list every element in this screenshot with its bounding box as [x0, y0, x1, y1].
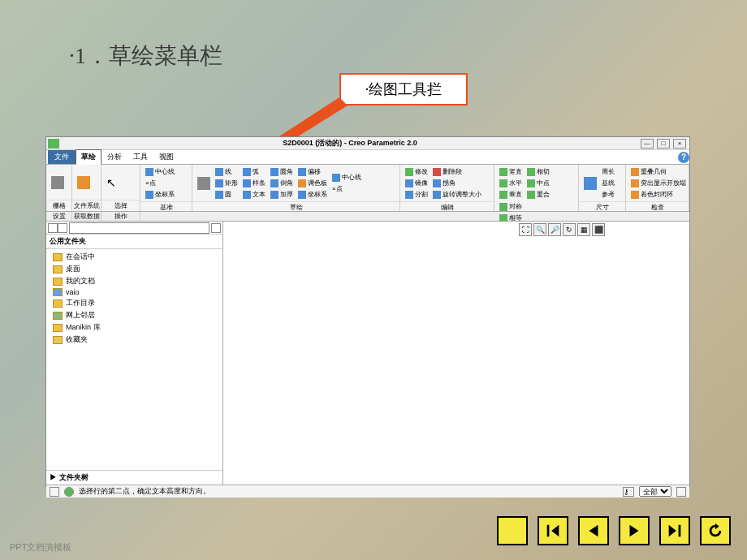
nav-first-button[interactable]: [538, 516, 568, 545]
mirror-button[interactable]: 镜像: [404, 178, 430, 188]
zoom-fit-button[interactable]: ⛶: [519, 223, 532, 236]
tangent-button[interactable]: 相切: [525, 166, 551, 177]
overlap-button[interactable]: 重叠几何: [629, 166, 688, 177]
corner-button[interactable]: 拐角: [431, 178, 483, 188]
sidebar-item-desktop[interactable]: 桌面: [46, 263, 222, 275]
group-dim: 尺寸: [579, 201, 625, 213]
rotate-button[interactable]: 旋转调整大小: [431, 189, 483, 200]
point-button[interactable]: ×点: [144, 178, 176, 188]
grouplbl-2: 获取数据: [72, 212, 101, 221]
menubar: 文件 草绘 分析 工具 视图 ?: [46, 150, 689, 165]
sidebar-item-favorites[interactable]: 收藏夹: [46, 334, 222, 346]
sidebar-item-manikin[interactable]: Manikin 库: [46, 321, 222, 334]
repaint-button[interactable]: ↻: [563, 223, 576, 236]
nav-last-button[interactable]: [659, 516, 690, 545]
sidebar-item-network[interactable]: 网上邻居: [46, 309, 222, 321]
sidebar-item-session[interactable]: 在会话中: [46, 251, 222, 263]
ribbon: 栅格 文件系统 ↖ 选择 中心线 ×点 坐标系 基准: [46, 165, 689, 212]
select-button[interactable]: ↖: [105, 175, 118, 190]
nav-next-button[interactable]: [619, 516, 650, 545]
help-icon[interactable]: ?: [678, 152, 689, 163]
coord-button[interactable]: 坐标系: [144, 189, 176, 200]
zoom-out-button[interactable]: 🔎: [548, 223, 561, 236]
sidebar-item-vaio[interactable]: vaio: [46, 287, 222, 297]
circle-button[interactable]: 圆: [214, 189, 240, 200]
zoom-in-button[interactable]: 🔍: [533, 223, 546, 236]
manikin-icon: [53, 324, 63, 332]
canvas-area[interactable]: ⛶ 🔍 🔎 ↻ ▦ ⬛: [223, 222, 689, 485]
nav-buttons: [497, 516, 731, 545]
perim-button[interactable]: 周长: [600, 166, 616, 177]
palette-button[interactable]: 调色板: [296, 178, 329, 188]
network-icon: [53, 312, 63, 320]
normal-button[interactable]: [582, 176, 598, 191]
go-icon[interactable]: [211, 223, 221, 233]
status-icon-2[interactable]: [64, 487, 74, 497]
centerline2-button[interactable]: 中心线: [330, 172, 363, 183]
folder-tab-icon[interactable]: [48, 223, 58, 233]
slide-title: ·1．草绘菜单栏: [69, 41, 222, 71]
app-icon: [48, 139, 59, 149]
rect-button[interactable]: 矩形: [214, 178, 240, 188]
point2-button[interactable]: ×点: [330, 183, 363, 194]
spline-button[interactable]: 样条: [241, 178, 267, 188]
tab-sketch[interactable]: 草绘: [76, 149, 101, 165]
status-icon-3[interactable]: [676, 487, 686, 497]
baseline-button[interactable]: 基线: [600, 178, 616, 188]
coord2-button[interactable]: 坐标系: [296, 189, 329, 200]
filter-select[interactable]: 全部: [639, 486, 671, 497]
offset-button[interactable]: 偏移: [296, 166, 329, 177]
grouplbl-1: 设置: [46, 212, 72, 221]
coincident-button[interactable]: 重合: [525, 189, 551, 200]
shade-button[interactable]: 着色封闭环: [629, 189, 688, 200]
divide-button[interactable]: 分割: [404, 189, 430, 200]
tab-view[interactable]: 视图: [153, 149, 179, 165]
construct-button[interactable]: [196, 176, 212, 191]
file-system-button[interactable]: [76, 175, 92, 190]
ref-button[interactable]: 参考: [600, 189, 616, 200]
status-message: 选择行的第二点，确定文本高度和方向。: [79, 486, 210, 497]
address-input[interactable]: [69, 222, 209, 234]
app-window: S2D0001 (活动的) - Creo Parametric 2.0 — □ …: [45, 136, 690, 487]
group-settings: 栅格: [46, 200, 71, 211]
highlight-button[interactable]: 突出显示开放端: [629, 178, 688, 188]
centerline-button[interactable]: 中心线: [144, 166, 176, 177]
close-button[interactable]: ×: [673, 139, 686, 149]
text-button[interactable]: 文本: [241, 189, 267, 200]
fillet-button[interactable]: 圆角: [269, 166, 295, 177]
thicken-button[interactable]: 加厚: [269, 189, 295, 200]
computer-icon: [53, 288, 63, 296]
display-button[interactable]: ▦: [577, 223, 590, 236]
tab-analysis[interactable]: 分析: [101, 149, 127, 165]
workspace: 公用文件夹 在会话中 桌面 我的文档 vaio 工作目录 网上邻居 Maniki…: [46, 222, 689, 485]
sidebar-list: 在会话中 桌面 我的文档 vaio 工作目录 网上邻居 Manikin 库 收藏…: [46, 249, 222, 470]
sidebar-item-workdir[interactable]: 工作目录: [46, 297, 222, 309]
grid-button[interactable]: [50, 175, 66, 190]
tab-tools[interactable]: 工具: [127, 149, 153, 165]
modify-button[interactable]: 修改: [404, 166, 430, 177]
sym-button[interactable]: 对称: [498, 201, 524, 212]
file-menu-button[interactable]: 文件: [48, 150, 76, 164]
delete-button[interactable]: 删除段: [431, 166, 483, 177]
window-title: S2D0001 (活动的) - Creo Parametric 2.0: [59, 138, 641, 149]
chamfer-button[interactable]: 倒角: [269, 178, 295, 188]
minimize-button[interactable]: —: [641, 139, 654, 149]
status-icon-1[interactable]: [50, 487, 59, 497]
search-tab-icon[interactable]: [58, 223, 67, 233]
nav-return-button[interactable]: [700, 516, 731, 545]
midpt-button[interactable]: 中点: [525, 178, 551, 188]
nav-blank-button[interactable]: [497, 516, 528, 545]
view-saved-button[interactable]: ⬛: [592, 223, 605, 236]
horiz-button[interactable]: 水平: [498, 178, 524, 188]
maximize-button[interactable]: □: [657, 139, 670, 149]
line-button[interactable]: 线: [214, 166, 240, 177]
sidebar-item-documents[interactable]: 我的文档: [46, 275, 222, 287]
filter-icon[interactable]: ⚷: [623, 487, 634, 497]
nav-prev-button[interactable]: [578, 516, 609, 545]
folder-tree-toggle[interactable]: ▶ 文件夹树: [46, 470, 222, 485]
vert-button[interactable]: 竖直: [498, 166, 524, 177]
titlebar: S2D0001 (活动的) - Creo Parametric 2.0 — □ …: [46, 137, 689, 150]
arc-button[interactable]: 弧: [241, 166, 267, 177]
perp-button[interactable]: 垂直: [498, 189, 524, 200]
sidebar-header: 公用文件夹: [46, 235, 222, 249]
